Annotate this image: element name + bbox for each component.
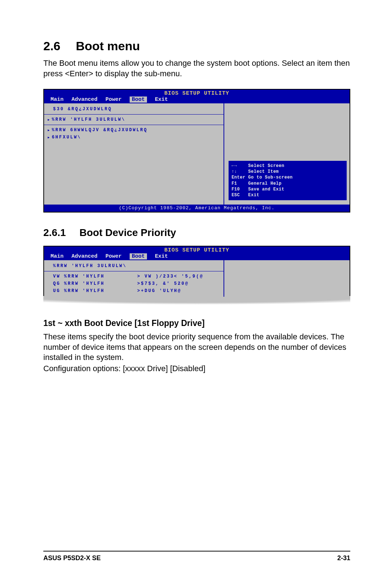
bios-separator bbox=[44, 271, 224, 271]
bios-menu-right bbox=[224, 260, 350, 297]
bios-item-apm: $30 &RQ¿JXUDWLRQ bbox=[48, 106, 220, 113]
bios-screenshot-boot-menu: BIOS SETUP UTILITY Main Advanced Power B… bbox=[43, 89, 350, 213]
bios-menu-left: %RRW 'HYLFH 3ULRULW\ VW %RRW 'HYLFH > VW… bbox=[44, 260, 224, 297]
bios-item-security: 6HFXULW\ bbox=[48, 134, 220, 141]
bios-screenshot-boot-priority: BIOS SETUP UTILITY Main Advanced Power B… bbox=[43, 246, 350, 297]
footer-page-number: 2-31 bbox=[337, 554, 350, 562]
bios-tab-main: Main bbox=[51, 96, 64, 103]
footer-product: ASUS P5SD2-X SE bbox=[43, 554, 101, 562]
bios-tab-power: Power bbox=[105, 96, 122, 103]
bios-tab-main: Main bbox=[51, 253, 64, 259]
bios-row-2nd-boot: QG %RRW 'HYLFH >$7$3, &' 520@ bbox=[48, 280, 220, 287]
bios-menu-left: $30 &RQ¿JXUDWLRQ %RRW 'HYLFH 3ULRULW\ %R… bbox=[44, 103, 224, 205]
bios-title-bar: BIOS SETUP UTILITY Main Advanced Power B… bbox=[44, 90, 350, 103]
bios-tab-exit: Exit bbox=[155, 253, 168, 259]
bios-field-value: >$7$3, &' 520@ bbox=[137, 280, 220, 287]
bios-menu-right: ←→ Select Screen ↑↓ Select Item Enter Go… bbox=[224, 103, 350, 205]
bios-body: %RRW 'HYLFH 3ULRULW\ VW %RRW 'HYLFH > VW… bbox=[44, 260, 350, 297]
bios-field-value: >+DUG 'ULYH@ bbox=[137, 287, 220, 295]
section-intro: The Boot menu items allow you to change … bbox=[43, 58, 350, 79]
bios-help-panel: ←→ Select Screen ↑↓ Select Item Enter Go… bbox=[229, 161, 347, 200]
option-config: Configuration options: [xxxxx Drive] [Di… bbox=[43, 364, 350, 374]
bios-header-line: %RRW 'HYLFH 3ULRULW\ bbox=[48, 262, 220, 270]
subsection-heading: 2.6.1Boot Device Priority bbox=[43, 227, 350, 239]
bios-separator bbox=[44, 125, 224, 125]
bios-title: BIOS SETUP UTILITY bbox=[44, 247, 350, 253]
section-number: 2.6 bbox=[43, 39, 76, 53]
bios-help-line: ←→ Select Screen bbox=[231, 163, 344, 169]
bios-field-label: VW %RRW 'HYLFH bbox=[48, 273, 137, 280]
bios-help-line: ↑↓ Select Item bbox=[231, 169, 344, 175]
section-title: Boot menu bbox=[76, 39, 140, 53]
bios-help-line: F1 General Help bbox=[231, 181, 344, 186]
bios-tab-boot: Boot bbox=[130, 96, 147, 103]
option-heading: 1st ~ xxth Boot Device [1st Floppy Drive… bbox=[43, 318, 350, 328]
screenshot-fade bbox=[43, 296, 350, 309]
bios-help-line: Enter Go to Sub-screen bbox=[231, 175, 344, 180]
bios-title-bar: BIOS SETUP UTILITY Main Advanced Power B… bbox=[44, 246, 350, 260]
bios-tab-power: Power bbox=[105, 253, 122, 259]
bios-tab-advanced: Advanced bbox=[72, 253, 98, 259]
bios-help-line: F10 Save and Exit bbox=[231, 186, 344, 192]
bios-tabs: Main Advanced Power Boot Exit bbox=[44, 96, 350, 103]
bios-tabs: Main Advanced Power Boot Exit bbox=[44, 253, 350, 260]
bios-row-3rd-boot: UG %RRW 'HYLFH >+DUG 'ULYH@ bbox=[48, 287, 220, 295]
subsection-title: Boot Device Priority bbox=[79, 227, 176, 238]
subsection-number: 2.6.1 bbox=[43, 227, 79, 239]
bios-separator bbox=[44, 114, 224, 115]
bios-tab-boot: Boot bbox=[130, 253, 147, 259]
bios-field-label: QG %RRW 'HYLFH bbox=[48, 280, 137, 287]
bios-field-value: > VW )/233< '5,9(@ bbox=[137, 273, 220, 280]
option-description: These items specify the boot device prio… bbox=[43, 332, 350, 363]
bios-body: $30 &RQ¿JXUDWLRQ %RRW 'HYLFH 3ULRULW\ %R… bbox=[44, 103, 350, 205]
bios-row-1st-boot: VW %RRW 'HYLFH > VW )/233< '5,9(@ bbox=[48, 273, 220, 280]
bios-item-boot-device-priority: %RRW 'HYLFH 3ULRULW\ bbox=[48, 116, 220, 123]
bios-title: BIOS SETUP UTILITY bbox=[44, 90, 350, 96]
bios-tab-advanced: Advanced bbox=[72, 96, 98, 103]
section-heading: 2.6Boot menu bbox=[43, 39, 350, 53]
bios-help-line: ESC Exit bbox=[231, 192, 344, 198]
bios-field-label: UG %RRW 'HYLFH bbox=[48, 287, 137, 295]
bios-item-boot-settings: %RRW 6HWWLQJV &RQ¿JXUDWLRQ bbox=[48, 126, 220, 134]
bios-copyright: (C)Copyright 1985-2002, American Megatre… bbox=[44, 205, 350, 212]
bios-tab-exit: Exit bbox=[155, 96, 168, 103]
page-footer: ASUS P5SD2-X SE 2-31 bbox=[43, 551, 350, 562]
